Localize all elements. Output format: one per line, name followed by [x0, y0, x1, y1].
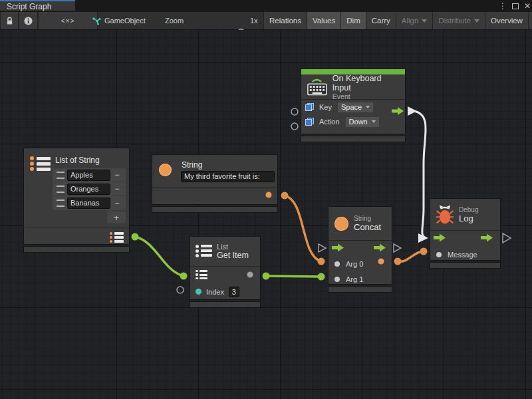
- arg0-label: Arg 0: [346, 260, 363, 268]
- edit-code-button[interactable]: <×>: [38, 12, 98, 29]
- index-label: Index: [206, 288, 224, 296]
- fullscreen-button[interactable]: Full Screen: [528, 12, 532, 29]
- add-item-button[interactable]: +: [107, 211, 126, 223]
- node-title: Concat: [354, 222, 381, 232]
- wire-list-to-getitem[interactable]: [135, 237, 184, 276]
- drag-handle-icon[interactable]: [57, 186, 65, 193]
- wire-keyboard-to-log[interactable]: [414, 111, 426, 238]
- keycode-icon: [305, 103, 314, 111]
- action-icon: [305, 118, 314, 126]
- node-list-of-string[interactable]: List of String Apples − Oranges − Banana…: [23, 148, 130, 245]
- node-footer: [23, 246, 130, 253]
- arg1-label: Arg 1: [346, 275, 363, 283]
- list-item-input[interactable]: Oranges: [67, 184, 110, 195]
- drag-handle-icon[interactable]: [57, 172, 65, 179]
- close-icon[interactable]: ✕: [524, 0, 531, 12]
- unconnected-port-circle[interactable]: [177, 287, 184, 293]
- node-footer: [301, 136, 406, 142]
- wire-getitem-to-concat[interactable]: [266, 276, 321, 277]
- wire-knob[interactable]: [318, 273, 325, 281]
- node-footer: [152, 206, 278, 213]
- align-button[interactable]: Align: [396, 12, 433, 29]
- arg0-port-dot[interactable]: [334, 261, 340, 267]
- values-button[interactable]: Values: [307, 12, 340, 29]
- lock-button[interactable]: [0, 12, 19, 29]
- list-editor: Apples − Oranges − Bananas −: [53, 168, 126, 210]
- node-list-get-item[interactable]: List Get Item Index 3: [190, 236, 261, 300]
- node-title: List of String: [55, 156, 100, 165]
- carry-button[interactable]: Carry: [366, 12, 396, 29]
- string-icon: [159, 164, 172, 176]
- string-icon: [334, 217, 348, 231]
- node-debug-log[interactable]: Debug Log Message: [430, 198, 501, 261]
- wire-knob[interactable]: [132, 233, 139, 241]
- index-port-dot[interactable]: [196, 289, 201, 295]
- remove-item-button[interactable]: −: [110, 170, 124, 180]
- bug-icon: [436, 205, 454, 225]
- toolbar-buttons: Relations Values Dim Carry Align Distrib…: [263, 12, 532, 29]
- node-title: On Keyboard Input: [332, 74, 400, 92]
- unconnected-port-circle[interactable]: [291, 123, 298, 130]
- wire-knob[interactable]: [394, 258, 402, 265]
- list-icon: [196, 245, 212, 259]
- action-dropdown[interactable]: Down: [345, 116, 380, 128]
- wire-knob[interactable]: [281, 192, 289, 200]
- menu-icon[interactable]: ⋮: [499, 0, 507, 12]
- index-input[interactable]: 3: [229, 287, 239, 297]
- graph-toolbar: <×> GameObject Zoom 1x Relations Values …: [0, 12, 532, 30]
- window-controls: ⋮ ✕: [499, 0, 531, 12]
- dim-button[interactable]: Dim: [340, 12, 365, 29]
- maximize-icon[interactable]: [512, 3, 519, 9]
- node-category: List: [217, 243, 249, 251]
- string-value-input[interactable]: My third favorite fruit is:: [181, 171, 275, 182]
- unconnected-control-triangle[interactable]: [319, 244, 326, 252]
- relations-button[interactable]: Relations: [263, 12, 307, 29]
- unconnected-port-circle[interactable]: [291, 108, 298, 115]
- code-icon: <×>: [61, 17, 75, 25]
- node-category: String: [354, 215, 381, 222]
- overview-button[interactable]: Overview: [485, 12, 528, 29]
- unconnected-control-triangle[interactable]: [503, 233, 511, 243]
- arg1-port-dot[interactable]: [334, 277, 340, 282]
- node-footer: [328, 286, 392, 293]
- node-title: String: [182, 160, 202, 170]
- wire-string-to-concat[interactable]: [285, 196, 321, 261]
- wire-concat-to-log[interactable]: [398, 251, 424, 261]
- wire-knob[interactable]: [318, 258, 325, 265]
- list-item-row: Oranges −: [53, 182, 126, 196]
- list-item-input[interactable]: Bananas: [67, 198, 110, 209]
- message-label: Message: [448, 251, 477, 259]
- node-on-keyboard-input[interactable]: On Keyboard Input Event Key Space Action…: [301, 68, 406, 134]
- script-graph-window: Script Graph ⋮ ✕ <×>: [0, 0, 532, 399]
- list-output-icon: [110, 232, 124, 244]
- drag-handle-icon[interactable]: [57, 200, 65, 207]
- gameobject-label: GameObject: [104, 12, 146, 29]
- key-dropdown[interactable]: Space: [337, 102, 374, 113]
- node-footer: [430, 262, 501, 269]
- list-input-port-icon[interactable]: [196, 270, 207, 281]
- info-button[interactable]: [19, 12, 38, 29]
- distribute-button[interactable]: Distribute: [432, 12, 485, 29]
- tab-bar: Script Graph ⋮ ✕: [0, 0, 532, 12]
- wire-knob[interactable]: [420, 248, 428, 255]
- remove-item-button[interactable]: −: [110, 184, 124, 194]
- node-title: Log: [459, 213, 478, 223]
- key-port-label: Key: [319, 103, 332, 111]
- wire-knob[interactable]: [263, 273, 270, 280]
- node-category: Debug: [459, 206, 478, 213]
- tab-script-graph[interactable]: Script Graph: [0, 0, 75, 11]
- unconnected-control-triangle[interactable]: [394, 244, 401, 252]
- wire-knob[interactable]: [180, 273, 188, 280]
- node-string-literal[interactable]: String My third favorite fruit is:: [152, 154, 278, 205]
- node-string-concat[interactable]: String Concat Arg 0 Arg 1: [328, 206, 392, 285]
- chevron-down-icon: [372, 120, 376, 123]
- chevron-down-icon: [474, 19, 479, 23]
- message-port-dot[interactable]: [436, 252, 442, 257]
- graph-canvas[interactable]: On Keyboard Input Event Key Space Action…: [0, 30, 532, 399]
- list-item-input[interactable]: Apples: [67, 170, 110, 181]
- control-output-arrow[interactable]: [408, 106, 417, 116]
- control-input-arrow[interactable]: [418, 233, 428, 243]
- control-flow-row: [430, 231, 500, 247]
- action-port-label: Action: [319, 118, 340, 126]
- remove-item-button[interactable]: −: [110, 199, 124, 208]
